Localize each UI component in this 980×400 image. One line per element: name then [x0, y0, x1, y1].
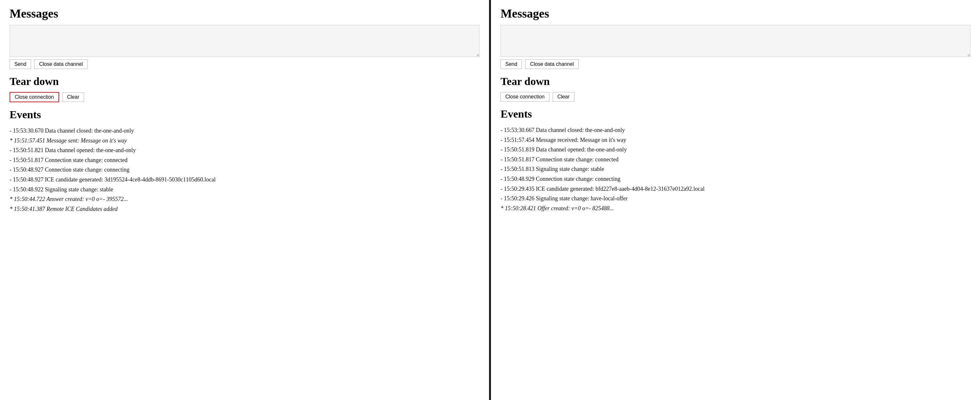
list-item: - 15:53:30.670 Data channel closed: the-… [10, 126, 479, 136]
list-item: - 15:50:51.817 Connection state change: … [10, 155, 479, 165]
right-close-data-channel-button[interactable]: Close data channel [525, 59, 579, 69]
list-item: - 15:53:30.667 Data channel closed: the-… [501, 125, 970, 135]
list-item: - 15:50:51.821 Data channel opened: the-… [10, 145, 479, 155]
right-teardown-buttons: Close connection Clear [501, 92, 970, 102]
left-message-buttons: Send Close data channel [10, 59, 479, 69]
list-item: - 15:50:29.435 ICE candidate generated: … [501, 184, 970, 194]
list-item: - 15:50:29.426 Signaling state change: h… [501, 194, 970, 203]
right-teardown-title: Tear down [501, 75, 970, 87]
list-item: - 15:50:48.927 Connection state change: … [10, 165, 479, 175]
left-clear-button[interactable]: Clear [62, 92, 84, 102]
list-item: - 15:50:48.929 Connection state change: … [501, 174, 970, 184]
left-close-data-channel-button[interactable]: Close data channel [34, 59, 88, 69]
left-panel: Messages Send Close data channel Tear do… [0, 0, 489, 400]
right-events-title: Events [501, 108, 970, 120]
left-close-connection-button[interactable]: Close connection [10, 92, 59, 102]
right-clear-button[interactable]: Clear [553, 92, 574, 102]
left-message-input[interactable] [10, 25, 479, 57]
list-item: - 15:50:51.817 Connection state change: … [501, 155, 970, 165]
right-message-input[interactable] [501, 25, 970, 57]
list-item: * 15:50:41.387 Remote ICE Candidates add… [10, 204, 479, 214]
list-item: * 15:50:28.421 Offer created: v=0 o=- 82… [501, 203, 970, 213]
list-item: * 15:50:44.722 Answer created: v=0 o=- 3… [10, 194, 479, 204]
right-messages-title: Messages [501, 6, 970, 21]
right-close-connection-button[interactable]: Close connection [501, 92, 549, 102]
list-item: - 15:50:48.922 Signaling state change: s… [10, 185, 479, 195]
list-item: - 15:50:51.813 Signaling state change: s… [501, 164, 970, 174]
left-send-button[interactable]: Send [10, 59, 31, 69]
list-item: - 15:51:57.454 Message received: Message… [501, 135, 970, 145]
right-message-buttons: Send Close data channel [501, 59, 970, 69]
left-teardown-title: Tear down [10, 75, 479, 87]
left-messages-title: Messages [10, 6, 479, 21]
right-send-button[interactable]: Send [501, 59, 522, 69]
left-events-title: Events [10, 109, 479, 121]
list-item: * 15:51:57.451 Message sent: Message on … [10, 136, 479, 146]
left-teardown-buttons: Close connection Clear [10, 92, 479, 102]
right-events-list: - 15:53:30.667 Data channel closed: the-… [501, 125, 970, 213]
list-item: - 15:50:48.927 ICE candidate generated: … [10, 175, 479, 185]
left-events-list: - 15:53:30.670 Data channel closed: the-… [10, 126, 479, 214]
list-item: - 15:50:51.819 Data channel opened: the-… [501, 145, 970, 155]
right-panel: Messages Send Close data channel Tear do… [491, 0, 980, 400]
